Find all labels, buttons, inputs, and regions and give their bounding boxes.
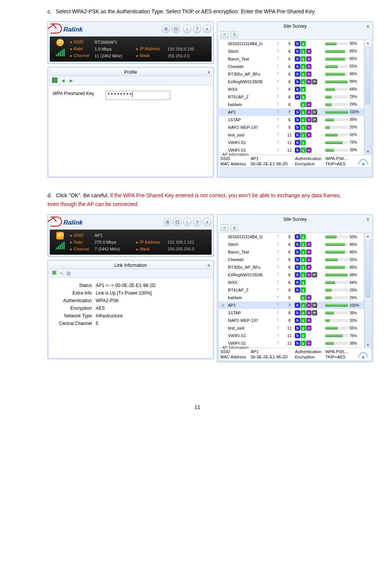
antenna-icon: ᛉ [277,140,284,145]
antenna-icon: ᛉ [277,273,284,277]
antenna-icon: ᛉ [277,288,284,292]
list-item[interactable]: Baron_Testᛉ6bgn86% [219,55,364,63]
toolbar-help-button[interactable]: ? [193,218,201,226]
list-item[interactable]: RT305x_AP_BFuᛉ6bgn86% [219,263,364,271]
list-item[interactable]: 1STAPᛉ6bgn⟳39% [219,309,364,317]
doc-icon[interactable]: ▤ [66,271,71,276]
antenna-icon: ᛉ [277,148,284,152]
toolbar-close-button[interactable]: x [203,25,211,33]
ap-information: AP Information SSIDAP1 MAC Address00-0E-… [218,155,372,168]
screenshot-row-1: Ralink i ? x SSIDRT2860AP1 [47,21,347,178]
antenna-icon: ᛉ [277,341,284,346]
antenna-icon: ᛉ [277,280,284,285]
list-item[interactable]: Baron_Testᛉ6bgn86% [219,248,364,256]
scrollbar[interactable]: ▲▼ [364,233,372,348]
ralink-logo-icon [51,24,62,33]
psk-input[interactable]: ******** [106,91,170,100]
close-icon[interactable]: x [367,24,369,29]
antenna-icon: ᛉ [277,79,284,84]
antenna-icon: ᛉ [277,235,284,239]
ralink-status-window-link: Ralink i ? x SSIDAP1 Rate270. [47,214,214,257]
list-item[interactable]: ExRegNW3135DBᛉ6bgn⟳99% [219,271,364,279]
list-icon[interactable]: ≣ [231,224,238,231]
list-item[interactable]: RT61AP_Zᛉ6bg29% [219,93,364,101]
toolbar-help-button[interactable]: ? [193,25,201,33]
status-panel: SSIDRT2860AP1 Rate1.0 MbpsIP Address192.… [50,36,212,62]
brand-text: Ralink [63,219,83,227]
list-item[interactable]: AP1ᛉ7bgn⟳100% [219,108,364,116]
antenna-icon: ᛉ [277,333,284,338]
antenna-icon: ᛉ [277,133,284,137]
close-icon[interactable]: x [367,217,369,222]
toolbar-list-icon[interactable] [173,218,182,226]
antenna-icon: ᛉ [277,250,284,254]
rss-icon[interactable]: ἞ [52,271,57,276]
link-tabs: ἞ ∿ ▤ [49,269,212,277]
stop-icon[interactable] [52,78,57,83]
list-item[interactable]: Stitchᛉ6bgn86% [219,241,364,248]
antenna-icon: ᛉ [277,64,284,69]
toolbar-list-icon[interactable] [172,25,180,33]
list-icon[interactable]: ≣ [231,31,238,38]
list-item[interactable]: WXXᛉ6bg44% [219,279,364,286]
profile-nav: ◄ ► [49,76,212,85]
refresh-icon[interactable]: ⟳ [221,224,228,231]
list-item[interactable]: RT305x_AP_BFuᛉ6bgn86% [219,70,364,78]
list-item[interactable]: Cheetahᛉ6bgn55% [219,63,364,70]
list-item[interactable]: ExRegNW3135DBᛉ6bgn⟳99% [219,78,364,86]
list-item[interactable]: VWIFI-S1ᛉ11bg76% [219,139,364,146]
toolbar-menu-icon[interactable] [162,25,170,33]
antenna-icon: ᛉ [277,117,284,122]
profile-title: Profilex [49,68,212,76]
toolbar-info-icon[interactable]: i [183,218,191,226]
antenna-icon: ᛉ [277,87,284,92]
list-item[interactable]: test_ssidᛉ11bgn55% [219,324,364,332]
list-item[interactable]: NAP2-WEP-197ᛉ8bgn20% [219,317,364,324]
list-item[interactable]: 001601D314B4_Gᛉ5bg50% [219,233,364,241]
list-item[interactable]: baldwinᛉ6gn29% [219,101,364,108]
antenna-icon: ᛉ [277,265,284,269]
antenna-icon: ᛉ [277,125,284,130]
list-item[interactable]: VWIFI-S1ᛉ11bg76% [219,332,364,339]
close-icon[interactable]: x [207,70,210,75]
antenna-icon: ᛉ [277,41,284,46]
toolbar-close-button[interactable]: x [203,218,211,226]
toolbar-menu-icon[interactable] [163,218,172,226]
step-d-text: d.Click "OK". Be careful, if the WPA Pre… [47,191,347,209]
site-survey-title: Site Survey [283,217,307,222]
ap-information: AP Information SSIDAP1 MAC Address00-0E-… [218,348,372,361]
page-number: 11 [47,404,347,410]
list-item[interactable]: baldwinᛉ6gn29% [219,294,364,301]
svg-rect-0 [174,27,177,30]
antenna-icon: ᛉ [277,311,284,315]
list-item[interactable]: Cheetahᛉ6bgn55% [219,256,364,263]
wireless-icon [357,350,370,360]
refresh-icon[interactable]: ⟳ [221,31,228,38]
activity-icon[interactable]: ∿ [60,271,63,276]
list-item[interactable]: 001601D314B4_Gᛉ5bg50% [219,40,364,48]
signal-bars-icon [56,242,65,249]
list-item[interactable]: ✔AP1ᛉ7bgn⟳100% [219,301,364,309]
close-icon[interactable]: x [207,263,210,268]
site-survey-window-1: Site Surveyx ⟳ ≣ 001601D314B4_Gᛉ5bg50%St… [217,21,373,178]
toolbar-info-icon[interactable]: i [183,25,191,33]
scrollbar[interactable]: ▲▼ [364,40,372,155]
window-toolbar: i ? x [163,218,211,226]
status-panel: SSIDAP1 Rate270.0 MbpsIP Address192.168.… [50,230,212,255]
ralink-logo-icon [51,217,62,227]
list-item[interactable]: 1STAPᛉ6bgn⟳39% [219,116,364,124]
site-survey-list[interactable]: 001601D314B4_Gᛉ5bg50%Stitchᛉ6bgn86%Baron… [218,233,364,348]
site-survey-window-2: Site Surveyx ⟳ ≣ 001601D314B4_Gᛉ5bg50%St… [217,214,373,362]
list-item[interactable]: RT61AP_Zᛉ6bg29% [219,286,364,294]
next-icon[interactable]: ► [69,78,74,84]
list-item[interactable]: test_ssidᛉ11bgn55% [219,131,364,139]
list-item[interactable]: NAP2-WEP-197ᛉ8bgn20% [219,124,364,131]
prev-icon[interactable]: ◄ [60,78,66,84]
site-survey-list[interactable]: 001601D314B4_Gᛉ5bg50%Stitchᛉ6bgn86%Baron… [218,40,364,155]
antenna-icon: ᛉ [277,49,284,54]
list-item[interactable]: Stitchᛉ6bgn86% [219,48,364,55]
antenna-icon: ᛉ [277,295,284,300]
list-item[interactable]: WXXᛉ6bg44% [219,86,364,93]
brand-text: Ralink [63,26,83,33]
antenna-icon: ᛉ [277,57,284,61]
